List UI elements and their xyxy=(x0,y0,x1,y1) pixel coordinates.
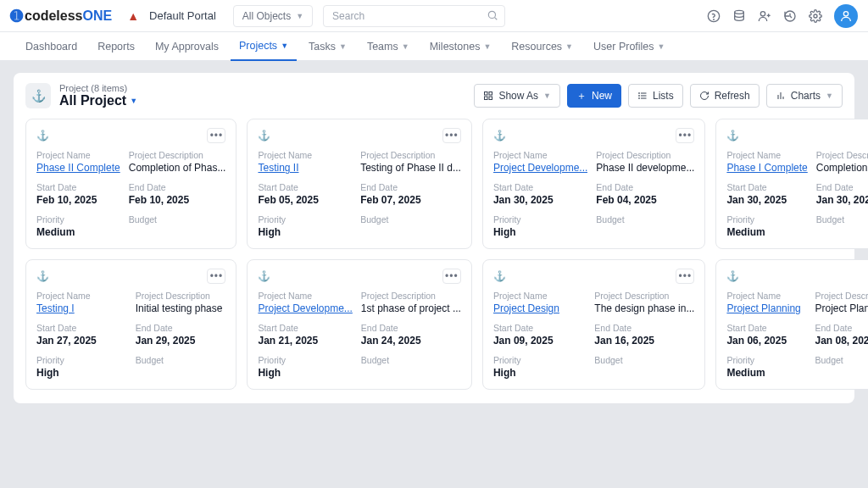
charts-button[interactable]: Charts▼ xyxy=(766,84,843,108)
field-value[interactable]: Project Developme... xyxy=(493,162,587,174)
app-logo[interactable]: ➊ codelessONE xyxy=(10,7,112,25)
field-value: High xyxy=(258,226,352,238)
card-menu-button[interactable]: ••• xyxy=(676,269,694,284)
card-menu-button[interactable]: ••• xyxy=(207,269,225,284)
top-bar: ➊ codelessONE ▲ Default Portal All Objec… xyxy=(0,0,868,32)
field-value: Jan 27, 2025 xyxy=(36,335,127,347)
field-value: Completion of Phas... xyxy=(816,162,868,174)
tab-milestones[interactable]: Milestones▼ xyxy=(421,32,500,61)
field-label: End Date xyxy=(596,182,694,192)
project-panel: ⚓ Project (8 items) All Project▼ Show As… xyxy=(14,73,854,403)
card-menu-button[interactable]: ••• xyxy=(442,269,461,284)
field-label: End Date xyxy=(360,182,461,192)
field-label: Start Date xyxy=(36,323,127,333)
field-value[interactable]: Testing I xyxy=(36,302,127,314)
field-value: Jan 29, 2025 xyxy=(136,335,226,347)
plus-icon: ＋ xyxy=(576,89,587,103)
anchor-icon: ⚓ xyxy=(258,130,270,141)
field-value[interactable]: Project Planning xyxy=(726,302,806,314)
field-label: Priority xyxy=(726,214,807,225)
lists-button[interactable]: Lists xyxy=(628,84,683,108)
anchor-icon: ⚓ xyxy=(25,83,51,108)
field-value: Feb 05, 2025 xyxy=(258,194,352,206)
svg-line-1 xyxy=(494,17,497,19)
object-selector[interactable]: All Objects ▼ xyxy=(233,5,313,27)
svg-rect-12 xyxy=(485,97,488,100)
project-card: ⚓•••Project NameTesting IProject Descrip… xyxy=(25,259,236,390)
chevron-down-icon: ▼ xyxy=(483,42,491,51)
chevron-down-icon: ▼ xyxy=(658,42,665,51)
card-menu-button[interactable]: ••• xyxy=(676,128,694,143)
chevron-down-icon: ▼ xyxy=(296,12,303,20)
page-title[interactable]: All Project▼ xyxy=(59,93,137,108)
field-value[interactable]: Testing II xyxy=(258,162,352,174)
field-label: Budget xyxy=(594,355,694,365)
card-menu-button[interactable]: ••• xyxy=(207,128,225,143)
project-card: ⚓•••Project NameProject PlanningProject … xyxy=(715,259,868,390)
field-value: Medium xyxy=(726,367,806,379)
refresh-button[interactable]: Refresh xyxy=(690,84,760,108)
field-value: High xyxy=(36,367,127,379)
portal-name[interactable]: Default Portal xyxy=(149,9,216,22)
field-value: Feb 10, 2025 xyxy=(129,194,226,206)
field-label: Project Description xyxy=(136,291,226,301)
help-icon[interactable] xyxy=(707,9,721,23)
database-icon[interactable] xyxy=(732,9,746,23)
svg-rect-10 xyxy=(485,92,488,96)
field-label: Start Date xyxy=(493,182,587,192)
field-label: End Date xyxy=(816,182,868,192)
field-label: Budget xyxy=(816,214,868,225)
field-value: Phase II developme... xyxy=(596,162,694,174)
tab-resources[interactable]: Resources▼ xyxy=(503,32,581,61)
field-value: High xyxy=(493,367,586,379)
anchor-icon: ⚓ xyxy=(493,130,506,141)
tab-reports[interactable]: Reports xyxy=(89,32,143,61)
object-selector-label: All Objects xyxy=(242,10,291,22)
user-avatar[interactable] xyxy=(834,4,858,28)
field-label: Start Date xyxy=(36,182,120,192)
anchor-icon: ⚓ xyxy=(36,270,49,282)
project-card: ⚓•••Project NameProject Developme...Proj… xyxy=(247,259,471,390)
show-as-button[interactable]: Show As▼ xyxy=(474,84,560,108)
field-label: End Date xyxy=(594,323,694,333)
field-label: Project Description xyxy=(129,150,226,160)
tab-projects[interactable]: Projects▼ xyxy=(231,32,297,61)
tab-user-profiles[interactable]: User Profiles▼ xyxy=(585,32,673,61)
project-card: ⚓•••Project NamePhase II CompleteProject… xyxy=(25,119,236,249)
svg-point-18 xyxy=(639,96,640,97)
project-card: ⚓•••Project NameTesting IIProject Descri… xyxy=(247,119,471,249)
history-icon[interactable] xyxy=(783,9,797,23)
svg-point-5 xyxy=(760,11,765,15)
add-user-icon[interactable] xyxy=(758,9,771,23)
chevron-down-icon: ▼ xyxy=(565,42,573,51)
svg-point-4 xyxy=(735,10,744,14)
card-menu-button[interactable]: ••• xyxy=(442,128,461,143)
svg-point-9 xyxy=(843,11,848,15)
tab-dashboard[interactable]: Dashboard xyxy=(17,32,86,61)
field-label: Project Name xyxy=(493,150,587,160)
field-value[interactable]: Project Design xyxy=(493,302,586,314)
tab-my-approvals[interactable]: My Approvals xyxy=(147,32,227,61)
field-label: Project Name xyxy=(726,150,807,160)
new-button[interactable]: ＋New xyxy=(567,84,621,108)
search-input[interactable] xyxy=(323,5,504,27)
chevron-down-icon: ▼ xyxy=(281,42,288,50)
field-value: Jan 21, 2025 xyxy=(258,335,352,347)
field-label: Start Date xyxy=(258,323,352,333)
svg-point-0 xyxy=(488,11,495,18)
tab-tasks[interactable]: Tasks▼ xyxy=(300,32,355,61)
field-value: Jan 09, 2025 xyxy=(493,335,586,347)
gear-icon[interactable] xyxy=(809,9,822,23)
anchor-icon: ⚓ xyxy=(258,270,270,282)
field-label: Budget xyxy=(136,355,226,365)
field-label: End Date xyxy=(129,182,226,192)
field-value: Jan 16, 2025 xyxy=(594,335,694,347)
field-value[interactable]: Phase II Complete xyxy=(36,162,120,174)
svg-rect-11 xyxy=(489,92,492,96)
tab-teams[interactable]: Teams▼ xyxy=(359,32,418,61)
field-value[interactable]: Phase I Complete xyxy=(726,162,807,174)
field-value[interactable]: Project Developme... xyxy=(258,302,352,314)
field-label: Project Description xyxy=(596,150,694,160)
field-value: Jan 30, 2025 xyxy=(493,194,587,206)
anchor-icon: ⚓ xyxy=(36,130,49,141)
